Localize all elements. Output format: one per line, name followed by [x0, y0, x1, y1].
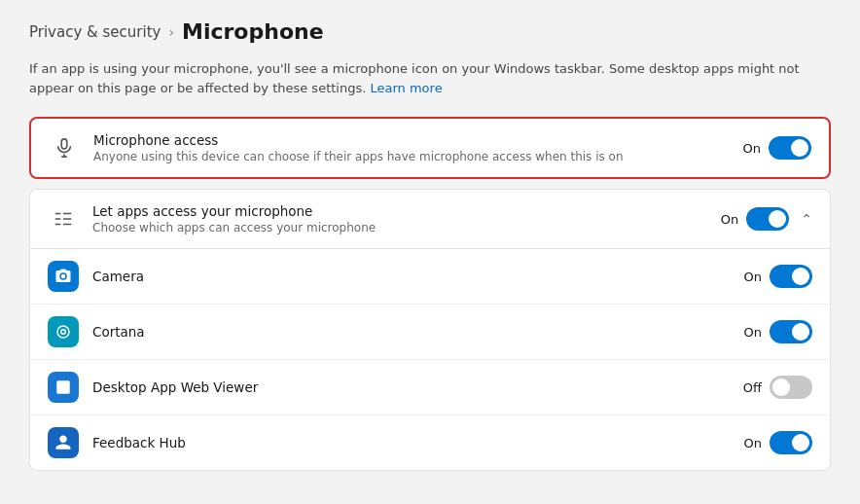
app-icon-web — [48, 372, 79, 403]
microphone-access-card: Microphone access Anyone using this devi… — [29, 117, 831, 179]
microphone-access-text: Microphone access Anyone using this devi… — [93, 132, 730, 163]
app-status: On — [744, 436, 762, 450]
app-icon-feedback — [48, 427, 79, 458]
apps-access-card: Let apps access your microphone Choose w… — [29, 189, 831, 471]
app-status: On — [744, 270, 762, 284]
let-apps-toggle[interactable] — [746, 207, 789, 231]
list-icon — [48, 203, 79, 234]
microphone-access-toggle[interactable] — [769, 136, 811, 160]
let-apps-control: On ⌃ — [721, 207, 812, 231]
app-control: On — [744, 265, 812, 288]
microphone-access-subtitle: Anyone using this device can choose if t… — [93, 150, 730, 163]
chevron-up-icon[interactable]: ⌃ — [801, 211, 812, 227]
breadcrumb-separator: › — [168, 24, 174, 40]
page-title: Microphone — [182, 19, 324, 44]
microphone-access-title: Microphone access — [93, 132, 730, 148]
svg-point-10 — [61, 330, 66, 335]
app-icon-cortana — [48, 316, 79, 347]
app-toggle[interactable] — [770, 376, 812, 399]
breadcrumb-parent[interactable]: Privacy & security — [29, 23, 161, 41]
let-apps-access-row: Let apps access your microphone Choose w… — [30, 190, 830, 249]
let-apps-title: Let apps access your microphone — [92, 203, 707, 219]
svg-rect-0 — [61, 139, 67, 149]
app-control: Off — [743, 376, 812, 399]
app-name: Feedback Hub — [92, 435, 731, 450]
app-status: Off — [743, 380, 762, 395]
app-row: Feedback Hub On — [30, 415, 830, 470]
app-toggle[interactable] — [770, 265, 812, 288]
app-name-text: Desktop App Web Viewer — [92, 379, 730, 395]
app-control: On — [744, 431, 812, 454]
let-apps-text: Let apps access your microphone Choose w… — [92, 203, 707, 234]
app-name: Camera — [92, 269, 731, 284]
app-toggle[interactable] — [770, 431, 812, 454]
microphone-access-control: On — [743, 136, 811, 160]
breadcrumb: Privacy & security › Microphone — [29, 19, 831, 44]
microphone-access-status: On — [743, 141, 761, 156]
svg-point-9 — [57, 326, 69, 338]
app-name-text: Camera — [92, 269, 731, 284]
learn-more-link[interactable]: Learn more — [370, 81, 442, 95]
app-name: Cortana — [92, 324, 731, 340]
app-name-text: Cortana — [92, 324, 731, 340]
app-name: Desktop App Web Viewer — [92, 379, 730, 395]
app-row: Desktop App Web Viewer Off — [30, 360, 830, 415]
page-description: If an app is using your microphone, you'… — [29, 59, 827, 97]
microphone-icon — [49, 132, 80, 163]
app-name-text: Feedback Hub — [92, 435, 731, 450]
app-toggle[interactable] — [770, 320, 812, 343]
let-apps-status: On — [721, 212, 738, 227]
app-control: On — [744, 320, 812, 343]
app-row: Cortana On — [30, 305, 830, 360]
let-apps-subtitle: Choose which apps can access your microp… — [92, 221, 707, 234]
microphone-access-row: Microphone access Anyone using this devi… — [31, 119, 829, 177]
svg-rect-11 — [56, 380, 70, 394]
app-icon-camera — [48, 261, 79, 292]
app-status: On — [744, 325, 762, 340]
app-row: Camera On — [30, 249, 830, 305]
